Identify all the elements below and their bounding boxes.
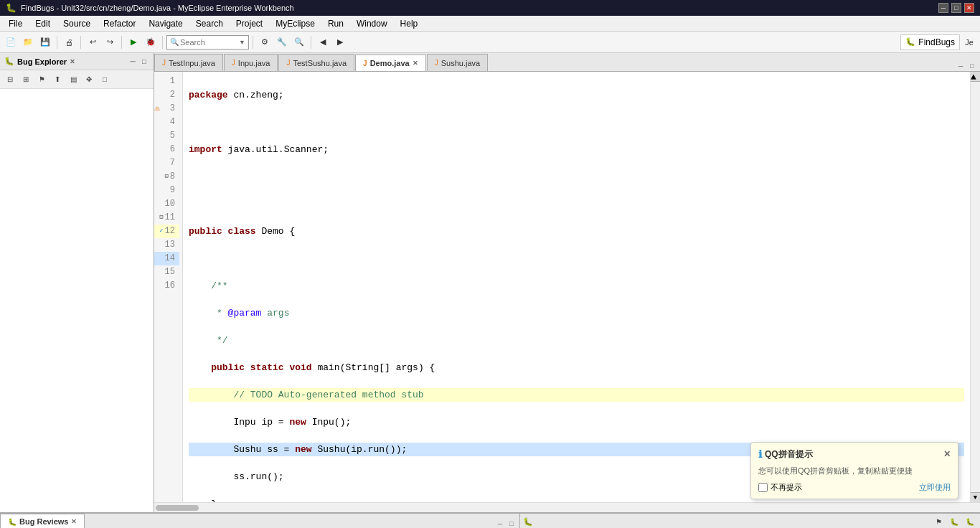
maximize-btn[interactable]: □ — [951, 3, 961, 13]
toolbar-btn-extra2[interactable]: 🔧 — [274, 34, 290, 50]
bug-info-btn1[interactable]: ⚑ — [931, 515, 946, 529]
menu-window[interactable]: Window — [351, 17, 393, 30]
ln-13: 13 — [154, 238, 179, 252]
scrollbar-up[interactable]: ▲ — [971, 72, 980, 82]
menu-search[interactable]: Search — [190, 17, 229, 30]
editor-hscroll — [154, 502, 980, 512]
editor-tab-bar: J TestInpu.java J Inpu.java J TestSushu.… — [154, 53, 980, 72]
panel-maximize-btn[interactable]: □ — [139, 57, 149, 67]
tab-testsushu[interactable]: J TestSushu.java — [278, 54, 354, 71]
bug-explorer-btn4[interactable]: ⬆ — [50, 72, 65, 87]
code-line-1: package cn.zheng; — [189, 88, 964, 102]
tab-testinpu-icon: J — [162, 59, 166, 67]
tab-inpu[interactable]: J Inpu.java — [224, 54, 278, 71]
bug-explorer-content — [0, 89, 154, 512]
code-line-13: Inpu ip = new Inpu(); — [189, 415, 964, 429]
app-icon: 🐛 — [6, 3, 17, 13]
toolbar-btn-extra4[interactable]: ◀ — [315, 34, 331, 50]
tooltip-info-icon: ℹ — [758, 448, 762, 460]
menu-bar: File Edit Source Refactor Navigate Searc… — [0, 16, 980, 32]
findbugs-button[interactable]: 🐛 FindBugs — [900, 34, 960, 50]
tab-sushu-icon: J — [435, 59, 438, 67]
bug-explorer-btn2[interactable]: ⊞ — [19, 72, 33, 87]
tab-maximize-btn[interactable]: □ — [967, 61, 977, 71]
close-btn[interactable]: ✕ — [964, 3, 974, 13]
findbugs-icon: 🐛 — [905, 37, 915, 47]
bug-explorer-btn1[interactable]: ⊟ — [3, 72, 17, 87]
toolbar-btn-extra1[interactable]: ⚙ — [257, 34, 273, 50]
toolbar-debug[interactable]: 🐞 — [143, 34, 159, 50]
toolbar-new[interactable]: 📄 — [3, 34, 19, 50]
menu-navigate[interactable]: Navigate — [143, 17, 188, 30]
code-line-11: public static void main(String[] args) { — [189, 361, 964, 374]
bug-reviews-tab-bar: 🐛 Bug Reviews ✕ ─ □ — [0, 514, 519, 528]
toolbar-print[interactable]: 🖨 — [61, 34, 77, 50]
bug-explorer-btn7[interactable]: □ — [98, 72, 112, 87]
bug-info-btn2[interactable]: 🐛 — [947, 515, 961, 529]
scrollbar-track — [971, 82, 980, 492]
toolbar-btn-extra3[interactable]: 🔍 — [291, 34, 307, 50]
bug-reviews-tab-close[interactable]: ✕ — [71, 518, 77, 525]
menu-file[interactable]: File — [3, 17, 28, 30]
toolbar-je[interactable]: Je — [961, 34, 977, 50]
menu-project[interactable]: Project — [230, 17, 268, 30]
ln-15: 15 — [154, 265, 179, 279]
menu-source[interactable]: Source — [57, 17, 96, 30]
tab-sushu-label: Sushu.java — [441, 59, 480, 67]
menu-myeclipse[interactable]: MyEclipse — [270, 17, 321, 30]
ln-16: 16 — [154, 279, 179, 293]
tab-testsushu-icon: J — [286, 59, 290, 67]
action-link[interactable]: 立即使用 — [919, 482, 951, 493]
line-numbers: 1 2 ⚠3 4 5 6 7 ⊟8 9 10 ⊟11 ✓12 — [154, 72, 183, 502]
code-line-9: * @param args — [189, 306, 964, 320]
ln-4: 4 — [154, 116, 179, 129]
bug-info-btn3[interactable]: 🐛 — [963, 515, 977, 529]
tooltip-body: 您可以使用QQ拼音剪贴板，复制粘贴更便捷 — [758, 465, 951, 477]
ln-8: ⊟8 — [154, 170, 179, 184]
toolbar-sep6 — [311, 36, 311, 49]
ln-10: 10 — [154, 197, 179, 211]
ln-5: 5 — [154, 129, 179, 143]
tooltip-close-btn[interactable]: ✕ — [943, 449, 951, 459]
bug-explorer-btn6[interactable]: ✥ — [82, 72, 96, 87]
toolbar-btn-extra5[interactable]: ▶ — [332, 34, 348, 50]
scrollbar-down[interactable]: ▼ — [971, 492, 980, 502]
bug-reviews-icon: 🐛 — [8, 518, 17, 526]
tab-demo-close[interactable]: ✕ — [413, 60, 418, 67]
bug-explorer-btn3[interactable]: ⚑ — [34, 72, 49, 87]
no-remind-checkbox[interactable] — [758, 483, 768, 492]
panel-minimize-btn[interactable]: ─ — [128, 57, 138, 67]
tab-demo-icon: J — [363, 60, 367, 67]
ln-12: ✓12 — [154, 225, 179, 238]
minimize-btn[interactable]: ─ — [938, 3, 948, 13]
bug-explorer-header: 🐛 Bug Explorer ✕ ─ □ — [0, 53, 154, 70]
menu-refactor[interactable]: Refactor — [98, 17, 141, 30]
bottom-left-minimize[interactable]: ─ — [495, 519, 505, 528]
toolbar-save[interactable]: 💾 — [37, 34, 53, 50]
toolbar-run[interactable]: ▶ — [126, 34, 141, 50]
code-content[interactable]: package cn.zheng; import java.util.Scann… — [183, 72, 970, 502]
bottom-left-maximize[interactable]: □ — [507, 519, 517, 528]
tab-testinpu[interactable]: J TestInpu.java — [154, 54, 223, 71]
tab-bug-reviews[interactable]: 🐛 Bug Reviews ✕ — [0, 514, 85, 528]
toolbar-sep5 — [253, 36, 253, 49]
search-dropdown-icon[interactable]: ▼ — [239, 39, 245, 46]
tab-demo[interactable]: J Demo.java ✕ — [355, 55, 426, 72]
toolbar-open[interactable]: 📁 — [20, 34, 36, 50]
toolbar-search-box: 🔍 ▼ — [166, 35, 249, 50]
findbugs-label: FindBugs — [918, 37, 955, 47]
editor-hscroll-thumb[interactable] — [156, 505, 199, 511]
tab-bar-controls: ─ □ — [953, 61, 980, 71]
toolbar-redo[interactable]: ↪ — [102, 34, 118, 50]
tab-sushu[interactable]: J Sushu.java — [427, 54, 488, 71]
ln-9: 9 — [154, 184, 179, 197]
ln-7: 7 — [154, 156, 179, 170]
menu-edit[interactable]: Edit — [29, 17, 56, 30]
menu-run[interactable]: Run — [322, 17, 349, 30]
code-line-5 — [189, 197, 964, 211]
toolbar-undo[interactable]: ↩ — [85, 34, 100, 50]
bug-explorer-btn5[interactable]: ▤ — [66, 72, 80, 87]
menu-help[interactable]: Help — [395, 17, 424, 30]
search-input[interactable] — [180, 38, 237, 47]
tab-minimize-btn[interactable]: ─ — [956, 61, 966, 71]
